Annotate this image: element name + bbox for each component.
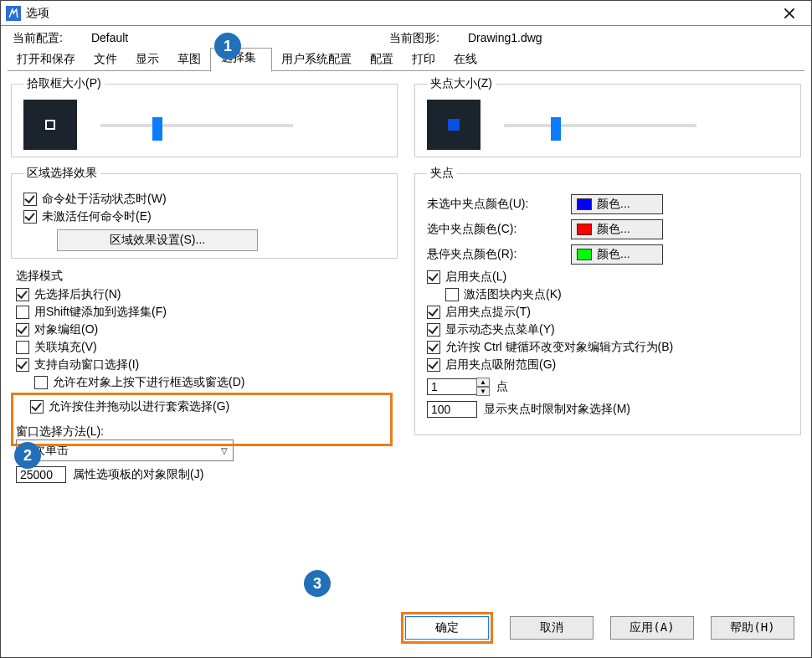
lbl-press-drag: 允许在对象上按下进行框选或窗选(D): [53, 375, 244, 390]
lbl-enable-grips: 启用夹点(L): [445, 270, 506, 285]
options-dialog: 1 2 3 选项 当前配置: Default 当前图形: Drawing1.dw…: [0, 0, 812, 658]
chk-grip-tips[interactable]: [427, 306, 440, 319]
tab-open-save[interactable]: 打开和保存: [8, 48, 85, 71]
close-button[interactable]: [773, 2, 806, 25]
lbl-color-selected: 选中夹点颜色(C):: [427, 222, 561, 237]
swatch-hover: [577, 249, 592, 260]
drawing-value: Drawing1.dwg: [468, 31, 542, 44]
grip-limit-input[interactable]: [427, 401, 477, 418]
grip-pt-label: 点: [496, 379, 508, 394]
chk-no-cmd[interactable]: [23, 210, 37, 224]
chk-ctrl-cycle[interactable]: [427, 341, 440, 354]
lbl-dyn-menu: 显示动态夹点菜单(Y): [445, 322, 555, 337]
lbl-color-unselected: 未选中夹点颜色(U):: [427, 197, 561, 212]
tab-draft[interactable]: 草图: [168, 48, 210, 71]
gripsize-group: 夹点大小(Z): [414, 76, 801, 157]
chk-lasso[interactable]: [30, 400, 44, 414]
lbl-grip-tips: 启用夹点提示(T): [445, 305, 531, 320]
help-button[interactable]: 帮助(H): [711, 616, 794, 640]
callout-3: 3: [304, 570, 331, 597]
grip-title: 夹点: [427, 166, 457, 181]
tab-bar: 打开和保存 文件 显示 草图 选择集 用户系统配置 配置 打印 在线: [8, 48, 804, 71]
spin-up[interactable]: ▲: [476, 378, 490, 387]
chk-assoc-hatch[interactable]: [16, 341, 29, 354]
apply-button[interactable]: 应用(A): [610, 616, 694, 640]
chk-active-cmd[interactable]: [23, 193, 37, 206]
chk-imp-window[interactable]: [16, 358, 29, 372]
lbl-lasso: 允许按住并拖动以进行套索选择(G): [49, 399, 229, 414]
lbl-shift-add: 用Shift键添加到选择集(F): [34, 305, 167, 320]
chevron-down-icon: ▽: [221, 446, 228, 455]
lbl-grip-snap: 启用夹点吸附范围(G): [445, 357, 556, 373]
pickbox-group: 拾取框大小(P): [11, 76, 398, 157]
callout-2: 2: [14, 442, 41, 469]
chk-grips-in-block[interactable]: [445, 288, 459, 301]
cancel-button[interactable]: 取消: [510, 616, 594, 640]
chk-enable-grips[interactable]: [427, 270, 440, 284]
lbl-obj-group: 对象编组(O): [34, 322, 98, 337]
swatch-selected: [577, 224, 592, 235]
titlebar: 选项: [1, 1, 811, 26]
config-value: Default: [91, 31, 128, 44]
color-btn-text-2: 颜色...: [597, 222, 630, 237]
window-title: 选项: [26, 6, 49, 21]
tab-online[interactable]: 在线: [445, 48, 486, 71]
grip-pt-input[interactable]: [427, 378, 477, 395]
lbl-assoc-hatch: 关联填充(V): [34, 340, 97, 355]
swatch-unselected: [577, 198, 592, 210]
spin-down[interactable]: ▼: [476, 387, 490, 396]
chk-noun-verb[interactable]: [16, 288, 29, 301]
btn-color-selected[interactable]: 颜色...: [571, 219, 663, 239]
header-info: 当前配置: Default 当前图形: Drawing1.dwg: [1, 26, 811, 48]
chk-dyn-menu[interactable]: [427, 323, 440, 337]
dialog-buttons: 确定 取消 应用(A) 帮助(H): [401, 612, 794, 644]
region-title: 区域选择效果: [23, 166, 100, 181]
obj-limit-input[interactable]: [16, 466, 66, 483]
chk-shift-add[interactable]: [16, 306, 29, 319]
color-btn-text-1: 颜色...: [597, 197, 630, 212]
chk-obj-group[interactable]: [16, 323, 29, 337]
selmode-title: 选择模式: [16, 269, 393, 284]
drawing-label: 当前图形:: [389, 31, 465, 46]
pickbox-preview: [23, 100, 77, 150]
callout-1: 1: [214, 33, 241, 59]
gripsize-slider[interactable]: [504, 117, 696, 132]
tab-profile[interactable]: 配置: [361, 48, 403, 71]
color-btn-text-3: 颜色...: [597, 247, 630, 262]
ok-button[interactable]: 确定: [405, 616, 489, 640]
btn-color-unselected[interactable]: 颜色...: [571, 194, 663, 214]
config-label: 当前配置:: [13, 31, 88, 46]
tab-user[interactable]: 用户系统配置: [272, 48, 361, 71]
lbl-no-cmd: 未激活任何命令时(E): [42, 209, 152, 224]
lbl-active-cmd: 命令处于活动状态时(W): [42, 192, 167, 207]
region-effect-button[interactable]: 区域效果设置(S)...: [57, 229, 258, 251]
gripsize-title: 夹点大小(Z): [427, 76, 496, 91]
region-group: 区域选择效果 命令处于活动状态时(W) 未激活任何命令时(E) 区域效果设置(S…: [11, 166, 398, 259]
lbl-ctrl-cycle: 允许按 Ctrl 键循环改变对象编辑方式行为(B): [445, 340, 673, 355]
grip-group: 夹点 未选中夹点颜色(U): 颜色... 选中夹点颜色(C): 颜色...: [414, 166, 801, 435]
ok-highlight: 确定: [401, 612, 493, 644]
lbl-grips-in-block: 激活图块内夹点(K): [464, 287, 562, 302]
obj-limit-label: 属性选项板的对象限制(J): [73, 467, 203, 482]
tab-print[interactable]: 打印: [403, 48, 445, 71]
grip-limit-label: 显示夹点时限制对象选择(M): [484, 402, 630, 417]
selmode-group: 选择模式 先选择后执行(N) 用Shift键添加到选择集(F) 对象编组(O) …: [11, 267, 398, 488]
lbl-imp-window: 支持自动窗口选择(I): [34, 357, 139, 373]
app-icon: [6, 6, 21, 21]
lbl-color-hover: 悬停夹点颜色(R):: [427, 247, 561, 262]
chk-grip-snap[interactable]: [427, 358, 440, 372]
chk-press-drag[interactable]: [34, 376, 48, 389]
tab-display[interactable]: 显示: [126, 48, 168, 71]
lbl-noun-verb: 先选择后执行(N): [34, 287, 121, 302]
tab-file[interactable]: 文件: [85, 48, 126, 71]
pickbox-title: 拾取框大小(P): [23, 76, 105, 91]
btn-color-hover[interactable]: 颜色...: [571, 244, 663, 265]
gripsize-preview: [427, 100, 481, 150]
pickbox-slider[interactable]: [100, 117, 293, 132]
